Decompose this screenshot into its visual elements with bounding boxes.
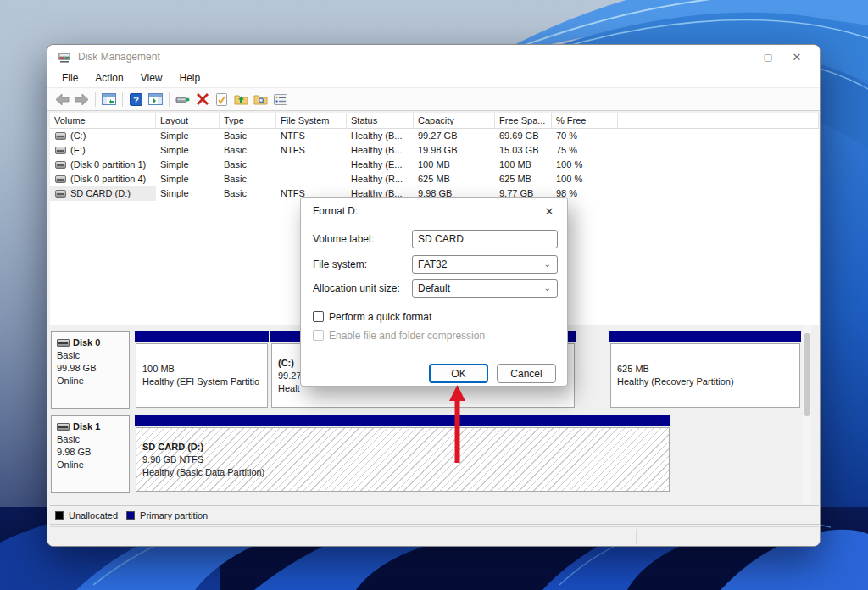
column-header-capacity[interactable]: Capacity (414, 113, 495, 128)
partition-color-bar (135, 415, 670, 426)
menu-action[interactable]: Action (86, 70, 131, 86)
volume-name: (Disk 0 partition 1) (70, 158, 146, 172)
scrollbar-thumb[interactable] (804, 333, 810, 416)
disk-management-app-icon (58, 50, 71, 64)
toolbar-separator (169, 92, 170, 107)
primary-partition-label: Primary partition (140, 510, 208, 520)
status-bar (50, 526, 819, 546)
file-system-select[interactable]: FAT32 ⌄ (412, 255, 558, 274)
disk-type: Basic (57, 349, 129, 362)
volume-name: (Disk 0 partition 4) (70, 172, 146, 186)
disk-name: Disk 1 (73, 420, 100, 433)
volume-name: (E:) (70, 143, 86, 158)
column-header-status[interactable]: Status (347, 113, 414, 128)
volume-list-header: Volume Layout Type File System Status Ca… (50, 113, 819, 129)
open-folder-icon[interactable] (232, 91, 250, 109)
cancel-button[interactable]: Cancel (497, 364, 556, 383)
column-header-volume[interactable]: Volume (50, 113, 156, 128)
partition-status: Healthy (Basic Data Partition) (142, 466, 669, 479)
status-divider (636, 529, 637, 544)
minimize-button[interactable]: – (725, 45, 754, 69)
volume-row-partition1[interactable]: (Disk 0 partition 1) Simple Basic Health… (50, 158, 819, 172)
delete-volume-icon[interactable] (193, 91, 211, 109)
column-header-percentfree[interactable]: % Free (552, 113, 618, 128)
volume-icon (55, 161, 66, 169)
toolbar: ? (47, 88, 820, 111)
partition-color-bar (135, 331, 269, 342)
close-button[interactable]: ✕ (782, 45, 811, 69)
help-icon[interactable]: ? (127, 91, 145, 109)
file-system-value: FAT32 (418, 256, 447, 273)
disk-status: Online (57, 375, 129, 387)
quick-format-checkbox[interactable]: Perform a quick format (313, 310, 431, 323)
partition-status: Healthy (Recovery Partition) (617, 376, 799, 388)
rescan-disks-icon[interactable] (174, 91, 192, 109)
disk-name: Disk 0 (73, 337, 100, 349)
unallocated-swatch (55, 511, 64, 520)
dialog-close-icon[interactable]: ✕ (542, 203, 557, 219)
compression-label: Enable file and folder compression (329, 330, 485, 342)
window-title: Disk Management (78, 51, 160, 63)
menu-help[interactable]: Help (171, 70, 209, 86)
primary-partition-swatch (126, 511, 135, 520)
volume-icon (55, 132, 66, 140)
disk1-row: Disk 1 Basic 9.98 GB Online SD CARD (D:)… (50, 415, 819, 493)
menubar: File Action View Help (47, 69, 820, 88)
svg-text:?: ? (133, 94, 139, 104)
disk-size: 99.98 GB (57, 362, 129, 375)
find-folder-icon[interactable] (252, 91, 270, 109)
forward-icon[interactable] (73, 91, 91, 109)
maximize-button[interactable]: ▢ (754, 45, 782, 69)
partition-sdcard[interactable]: SD CARD (D:) 9.98 GB NTFS Healthy (Basic… (135, 415, 670, 493)
disk-type: Basic (57, 433, 129, 446)
desktop: Disk Management – ▢ ✕ File Action View H… (0, 0, 868, 590)
volume-name: SD CARD (D:) (70, 186, 131, 201)
checkbox-icon (313, 311, 324, 322)
show-console-tree-icon[interactable] (100, 91, 118, 109)
disk-size: 9.98 GB (57, 446, 129, 459)
graphics-scrollbar[interactable] (803, 326, 811, 504)
dialog-title: Format D: (313, 205, 358, 217)
partition-name: SD CARD (D:) (142, 441, 669, 454)
disk0-label[interactable]: Disk 0 Basic 99.98 GB Online (51, 331, 130, 409)
allocation-unit-value: Default (418, 280, 450, 297)
check-volume-icon[interactable] (213, 91, 231, 109)
status-divider (748, 529, 748, 544)
back-icon[interactable] (53, 91, 71, 109)
allocation-unit-label: Allocation unit size: (313, 279, 400, 298)
checkbox-icon (313, 330, 324, 341)
partition-status: Healthy (EFI System Partitio (142, 376, 267, 388)
menu-view[interactable]: View (132, 70, 171, 86)
compression-checkbox: Enable file and folder compression (313, 329, 485, 342)
column-header-layout[interactable]: Layout (156, 113, 220, 128)
show-action-pane-icon[interactable] (147, 91, 164, 109)
column-header-filesystem[interactable]: File System (276, 113, 347, 128)
volume-row-c[interactable]: (C:) Simple Basic NTFS Healthy (B... 99.… (50, 129, 819, 143)
volume-label-input[interactable]: SD CARD (412, 230, 558, 248)
partition-recovery[interactable]: 625 MB Healthy (Recovery Partition) (609, 331, 801, 409)
column-header-type[interactable]: Type (220, 113, 276, 128)
volume-row-partition4[interactable]: (Disk 0 partition 4) Simple Basic Health… (50, 172, 819, 186)
partition-efi[interactable]: 100 MB Healthy (EFI System Partitio (135, 331, 269, 409)
menu-file[interactable]: File (53, 70, 86, 86)
properties-icon[interactable] (271, 91, 289, 109)
legend-bar: Unallocated Primary partition (50, 505, 819, 525)
chevron-down-icon: ⌄ (544, 280, 551, 297)
ok-button[interactable]: OK (429, 364, 488, 383)
column-header-freespace[interactable]: Free Spa... (495, 113, 552, 128)
window-controls: – ▢ ✕ (725, 45, 811, 69)
partition-size: 625 MB (617, 363, 799, 376)
partition-size: 100 MB (142, 363, 267, 376)
quick-format-label: Perform a quick format (329, 311, 431, 323)
disk-icon (57, 423, 70, 431)
toolbar-separator (95, 92, 96, 107)
disk1-label[interactable]: Disk 1 Basic 9.98 GB Online (51, 415, 130, 493)
allocation-unit-select[interactable]: Default ⌄ (412, 279, 558, 298)
disk-status: Online (57, 459, 129, 471)
volume-name: (C:) (70, 129, 86, 143)
volume-icon (55, 175, 66, 183)
partition-color-bar (609, 331, 801, 342)
volume-row-e[interactable]: (E:) Simple Basic NTFS Healthy (B... 19.… (50, 143, 819, 158)
volume-label-label: Volume label: (313, 230, 374, 248)
volume-icon (55, 190, 66, 198)
